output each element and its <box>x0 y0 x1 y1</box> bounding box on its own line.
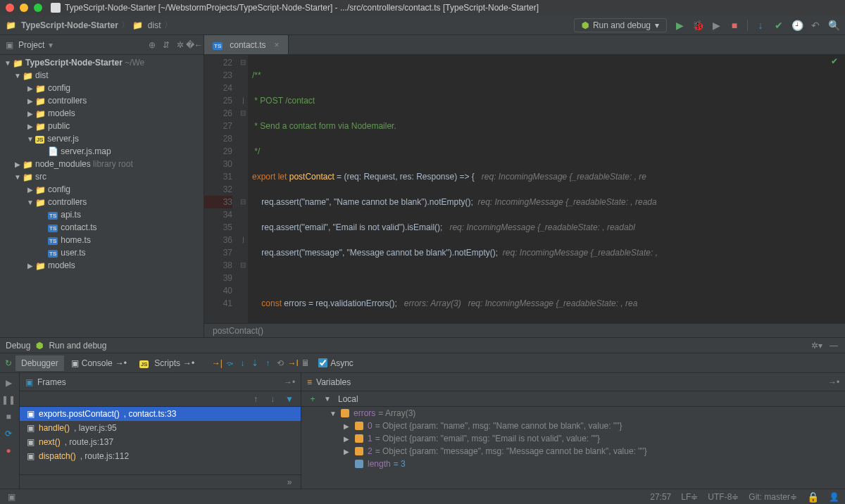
vcs-commit-button[interactable]: ✔ <box>773 20 784 31</box>
encoding[interactable]: UTF-8≑ <box>708 492 739 502</box>
step-into-button[interactable]: ↓ <box>237 358 248 369</box>
tree-src[interactable]: ▼src <box>0 170 204 183</box>
evaluate-button[interactable]: 🖩 <box>300 358 311 369</box>
stack-frame[interactable]: ▣handle(), layer.js:95 <box>20 421 301 435</box>
resume-button[interactable]: ▶ <box>3 377 14 389</box>
editor-breadcrumb[interactable]: postContact() <box>204 323 845 337</box>
tab-contact-ts[interactable]: contact.ts× <box>204 35 289 54</box>
tool-windows-icon[interactable]: ▣ <box>6 491 17 503</box>
collapse-icon[interactable]: ⇵ <box>161 40 171 50</box>
frames-panel: ▣ Frames →• ↑ ↓ ▼ ▣exports.postContact()… <box>20 373 301 489</box>
tab-debugger[interactable]: Debugger <box>15 355 64 371</box>
var-errors[interactable]: ▼errors = Array(3) <box>301 407 845 420</box>
stack-frame[interactable]: ▣dispatch(), route.js:112 <box>20 449 301 463</box>
tree-contact-ts[interactable]: contact.ts <box>0 221 204 234</box>
fold-column[interactable]: ⊟⌋⊟⊟⌋⊟ <box>238 55 248 323</box>
tree-api-ts[interactable]: api.ts <box>0 208 204 221</box>
breadcrumb-dist[interactable]: dist <box>132 20 161 30</box>
tree-node-modules[interactable]: ▶node_modules library root <box>0 158 204 170</box>
settings-icon[interactable]: ✲ <box>175 40 185 50</box>
vcs-history-button[interactable]: 🕘 <box>791 20 803 31</box>
view-breakpoints-button[interactable]: ⟳ <box>3 428 14 439</box>
variables-panel: ≡ Variables →• + ▼Local ▼errors = Array(… <box>301 373 845 489</box>
async-checkbox[interactable]: Async <box>318 358 353 368</box>
tree-home-ts[interactable]: home.ts <box>0 234 204 246</box>
tree-config[interactable]: ▶config <box>0 82 204 94</box>
git-branch[interactable]: Git: master≑ <box>749 492 797 502</box>
step-over-button[interactable]: ⤼ <box>224 358 235 369</box>
tree-public[interactable]: ▶public <box>0 120 204 132</box>
lock-icon[interactable]: 🔒 <box>807 491 819 503</box>
caret-position[interactable]: 27:57 <box>650 492 671 502</box>
show-execution-point[interactable]: →| <box>211 358 223 369</box>
var-errors-0[interactable]: ▶0 = Object {param: "name", msg: "Name c… <box>301 420 845 432</box>
code-area[interactable]: 2223242526272829303132333435363738394041… <box>204 55 845 323</box>
stack-frame[interactable]: ▣next(), route.js:137 <box>20 435 301 449</box>
maximize-window[interactable] <box>34 4 42 12</box>
project-tree[interactable]: ▼TypeScript-Node-Starter ~/We ▼dist ▶con… <box>0 55 204 337</box>
chevron-right-icon: 〉 <box>164 19 173 31</box>
close-tab-icon[interactable]: × <box>275 40 280 50</box>
mute-breakpoints-button[interactable]: ● <box>3 445 14 456</box>
debug-left-toolbar: ▶ ❚❚ ■ ⟳ ● <box>0 373 20 489</box>
run-button[interactable]: ▶ <box>674 20 685 31</box>
more-icon[interactable]: →• <box>828 377 839 388</box>
main-toolbar: TypeScript-Node-Starter 〉 dist 〉 ⬢ Run a… <box>0 15 845 35</box>
var-length[interactable]: length = 3 <box>301 458 845 470</box>
tree-src-config[interactable]: ▶config <box>0 183 204 196</box>
tree-src-controllers[interactable]: ▼controllers <box>0 196 204 208</box>
prev-frame-button[interactable]: ↑ <box>250 393 261 405</box>
tab-scripts[interactable]: Scripts→• <box>134 355 200 371</box>
tree-serverjsmap[interactable]: 📄 server.js.map <box>0 145 204 158</box>
vcs-update-button[interactable]: ↓ <box>755 20 766 31</box>
step-out-button[interactable]: ↑ <box>262 358 273 369</box>
var-errors-1[interactable]: ▶1 = Object {param: "email", msg: "Email… <box>301 432 845 445</box>
breadcrumb-root[interactable]: TypeScript-Node-Starter <box>6 20 118 30</box>
debug-button[interactable]: 🐞 <box>692 20 703 31</box>
project-panel-title[interactable]: Project <box>18 40 44 50</box>
stop-button[interactable]: ■ <box>729 20 740 31</box>
vcs-revert-button[interactable]: ↶ <box>810 20 821 31</box>
run-config-selector[interactable]: ⬢ Run and debug ▾ <box>574 18 667 32</box>
thread-icon: ▣ <box>25 377 33 387</box>
tree-root[interactable]: ▼TypeScript-Node-Starter ~/We <box>0 56 204 69</box>
code-text[interactable]: /** * POST /contact * Send a contact for… <box>248 55 845 323</box>
scope-local[interactable]: Local <box>338 394 358 404</box>
pause-button[interactable]: ❚❚ <box>3 394 14 405</box>
gutter[interactable]: 2223242526272829303132333435363738394041 <box>204 55 238 323</box>
var-errors-2[interactable]: ▶2 = Object {param: "message", msg: "Mes… <box>301 445 845 458</box>
hide-icon[interactable]: �← <box>189 40 199 50</box>
breadcrumbs: TypeScript-Node-Starter 〉 dist 〉 <box>6 19 173 31</box>
drop-frame-button[interactable]: ⟲ <box>275 358 286 369</box>
tree-src-models[interactable]: ▶models <box>0 259 204 272</box>
stack-frame[interactable]: ▣exports.postContact(), contact.ts:33 <box>20 407 301 421</box>
line-ending[interactable]: LF≑ <box>681 492 698 502</box>
tab-console[interactable]: ▣Console→• <box>65 355 132 371</box>
tree-user-ts[interactable]: user.ts <box>0 246 204 259</box>
number-icon <box>355 460 363 468</box>
hide-panel-icon[interactable]: — <box>828 340 839 351</box>
more-icon[interactable]: →• <box>284 377 295 388</box>
gear-icon[interactable]: ✲▾ <box>811 340 822 351</box>
project-view-icon[interactable]: ▣ <box>4 40 14 50</box>
inspection-ok-icon[interactable]: ✔ <box>831 56 838 66</box>
tree-models[interactable]: ▶models <box>0 107 204 120</box>
rerun-button[interactable]: ↻ <box>3 358 14 369</box>
new-watch-button[interactable]: + <box>307 393 318 405</box>
minimize-window[interactable] <box>20 4 28 12</box>
locate-icon[interactable]: ⊕ <box>147 40 157 50</box>
filter-icon[interactable]: ▼ <box>284 393 295 405</box>
tree-controllers[interactable]: ▶controllers <box>0 94 204 107</box>
close-window[interactable] <box>6 4 14 12</box>
inspector-icon[interactable]: 👤 <box>829 492 839 502</box>
next-frame-button[interactable]: ↓ <box>267 393 278 405</box>
tree-serverjs[interactable]: ▼server.js <box>0 132 204 145</box>
tree-dist[interactable]: ▼dist <box>0 69 204 82</box>
more-frames-icon[interactable]: » <box>284 477 295 488</box>
chevron-down-icon[interactable]: ▾ <box>49 40 53 50</box>
run-to-cursor-button[interactable]: →I <box>287 358 299 369</box>
search-everywhere-button[interactable]: 🔍 <box>828 20 839 31</box>
force-step-into-button[interactable]: ⇣ <box>249 358 261 369</box>
stop-debug-button[interactable]: ■ <box>3 411 14 422</box>
coverage-button[interactable]: ▶ <box>711 20 722 31</box>
